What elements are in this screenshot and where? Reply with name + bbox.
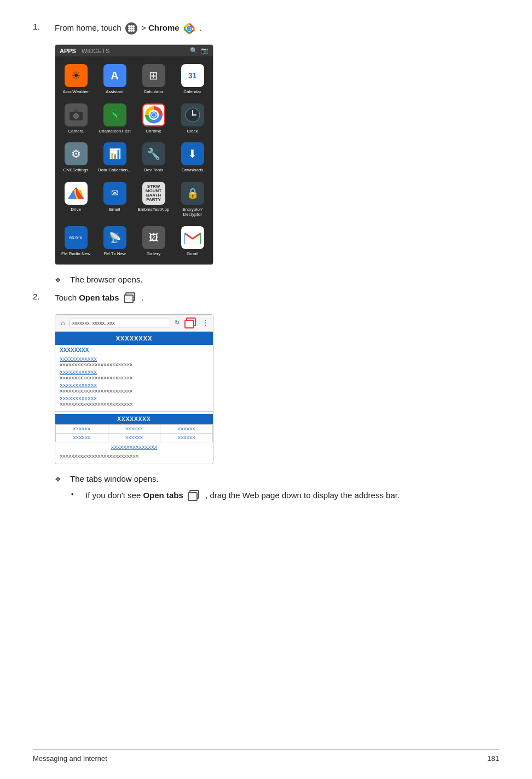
app-chameleon: 🦎 ChameleonT est bbox=[96, 100, 133, 137]
browser-section-title: XXXXXXXX bbox=[55, 345, 213, 354]
svg-point-24 bbox=[192, 114, 193, 116]
app-label-assistant: Assistant bbox=[106, 89, 123, 95]
app-label-fmtxnew: FM Tx New bbox=[103, 251, 126, 257]
table-cell-1-1: XXXXXX bbox=[56, 424, 108, 433]
step-1-after: . bbox=[199, 23, 201, 32]
browser-toolbar: ⌂ xxxxxxx. xxxxx. xxx ↻ ⋮ bbox=[55, 315, 213, 332]
browser-body-4: XXXXXXXXXXXXXXXXXXXXXXXXX bbox=[60, 402, 209, 407]
svg-point-0 bbox=[128, 25, 130, 27]
app-gmail: Gmail bbox=[174, 223, 211, 260]
footer-right: 181 bbox=[487, 754, 499, 763]
app-label-encryptor: Encryptor/ Decryptor bbox=[175, 207, 210, 217]
app-icon-devtools: 🔧 bbox=[142, 142, 165, 165]
browser-footer-body: XXXXXXXXXXXXXXXXXXXXXXXXXXX bbox=[60, 454, 138, 459]
app-label-cnesettings: CNESettings bbox=[63, 168, 89, 173]
app-icon-datacollection: 📊 bbox=[103, 142, 126, 165]
svg-point-8 bbox=[132, 30, 135, 32]
app-downloads: ⬇ Downloads bbox=[174, 139, 211, 176]
table-cell-1-3: XXXXXX bbox=[160, 424, 213, 433]
browser-content-block: XXXXXXXXXXXX XXXXXXXXXXXXXXXXXXXXXXXXX X… bbox=[55, 354, 213, 411]
step-2-text: Touch Open tabs . bbox=[55, 292, 143, 304]
sub-bullet-text: If you don't see Open tabs , drag the We… bbox=[85, 490, 400, 502]
app-label-downloads: Downloads bbox=[182, 168, 204, 173]
step-number-1: 1. bbox=[33, 22, 48, 34]
app-accuweather: ☀ AccuWeather bbox=[57, 61, 94, 98]
app-label-camera: Camera bbox=[68, 129, 83, 134]
bullet-text-1: The browser opens. bbox=[70, 275, 143, 284]
browser-link-3: XXXXXXXXXXXX bbox=[60, 383, 209, 388]
apps-grid-icon bbox=[125, 22, 137, 34]
page-footer: Messaging and Internet 181 bbox=[33, 749, 499, 763]
app-calendar: 31 Calendar bbox=[174, 61, 211, 98]
app-icon-gallery: 🖼 bbox=[142, 226, 165, 249]
app-icon-assistant: A bbox=[103, 64, 126, 87]
app-label-gallery: Gallery bbox=[147, 251, 160, 257]
browser-home-button: ⌂ bbox=[59, 319, 67, 327]
sub-bullet-after: , drag the Web page down to display the … bbox=[205, 491, 400, 500]
browser-footer-link: XXXXXXXXXXXXXXX bbox=[60, 445, 209, 450]
app-embmstest: STRW MOUNT BAATH PARTY EmbmsTestA pp bbox=[135, 178, 172, 221]
browser-url-bar: xxxxxxx. xxxxx. xxx bbox=[70, 319, 170, 327]
app-label-email: Email bbox=[109, 207, 120, 212]
app-cnesettings: ⚙ CNESettings bbox=[57, 139, 94, 176]
widgets-tab: WIDGETS bbox=[82, 48, 109, 54]
phone-top-icons: 🔍 📷 bbox=[190, 47, 209, 54]
apps-grid-screenshot: APPS WIDGETS 🔍 📷 ☀ AccuWeather A Assista… bbox=[55, 44, 213, 265]
step-number-2: 2. bbox=[33, 292, 48, 304]
step-2-after: . bbox=[141, 293, 143, 302]
browser-reload-button: ↻ bbox=[172, 319, 181, 326]
app-icon-calculator: ⊞ bbox=[142, 64, 165, 87]
svg-point-6 bbox=[128, 30, 130, 32]
svg-point-3 bbox=[128, 27, 130, 30]
svg-point-1 bbox=[130, 25, 132, 27]
browser-link-1: XXXXXXXXXXXX bbox=[60, 356, 209, 362]
app-clock: Clock bbox=[174, 100, 211, 137]
sub-bullet-bold: Open tabs bbox=[143, 491, 183, 500]
app-drive: Drive bbox=[57, 178, 94, 221]
browser-link-4: XXXXXXXXXXXX bbox=[60, 396, 209, 401]
step-1: 1. From home, touch > Chrome bbox=[33, 22, 499, 34]
svg-rect-16 bbox=[74, 109, 78, 112]
app-gallery: 🖼 Gallery bbox=[135, 223, 172, 260]
app-icon-email: ✉ bbox=[103, 182, 126, 205]
bullet-diamond-1: ❖ bbox=[55, 276, 65, 284]
table-cell-2-3: XXXXXX bbox=[160, 433, 213, 442]
app-assistant: A Assistant bbox=[96, 61, 133, 98]
app-label-clock: Clock bbox=[187, 129, 198, 134]
svg-point-20 bbox=[152, 113, 155, 117]
apps-grid: ☀ AccuWeather A Assistant ⊞ Calculator 3… bbox=[55, 56, 213, 264]
svg-point-4 bbox=[130, 27, 132, 30]
app-devtools: 🔧 Dev Tools bbox=[135, 139, 172, 176]
sub-open-tabs-icon bbox=[188, 490, 201, 502]
table-cell-2-1: XXXXXX bbox=[56, 433, 108, 442]
app-icon-clock bbox=[181, 103, 204, 126]
app-fmtxnew: 📡 FM Tx New bbox=[96, 223, 133, 260]
browser-data-table: XXXXXX XXXXXX XXXXXX XXXXXX XXXXXX XXXXX… bbox=[55, 424, 213, 442]
browser-table-section: XXXXXXXX XXXXXX XXXXXX XXXXXX XXXXXX XXX… bbox=[55, 411, 213, 464]
app-camera: Camera bbox=[57, 100, 94, 137]
browser-body-1: XXXXXXXXXXXXXXXXXXXXXXXXX bbox=[60, 362, 209, 367]
app-label-calendar: Calendar bbox=[183, 89, 201, 95]
app-icon-fmradio: 96.9 FM bbox=[65, 226, 88, 249]
app-icon-camera bbox=[65, 103, 88, 126]
step-1-bold: Chrome bbox=[148, 23, 180, 32]
bullet-browser-opens: ❖ The browser opens. bbox=[55, 275, 499, 284]
app-label-embmstest: EmbmsTestA pp bbox=[138, 207, 170, 212]
app-icon-fmtxnew: 📡 bbox=[103, 226, 126, 249]
svg-point-5 bbox=[132, 27, 135, 30]
app-icon-embmstest: STRW MOUNT BAATH PARTY bbox=[142, 182, 165, 205]
step-1-text: From home, touch > Chrome bbox=[55, 22, 201, 34]
browser-footer-block: XXXXXXXXXXXXXXX XXXXXXXXXXXXXXXXXXXXXXXX… bbox=[55, 442, 213, 461]
app-label-chameleon: ChameleonT est bbox=[99, 129, 131, 134]
app-icon-drive bbox=[65, 182, 88, 205]
svg-rect-30 bbox=[184, 231, 201, 244]
bullet-tabs-opens: ❖ The tabs window opens. bbox=[55, 474, 499, 483]
browser-screenshot: ⌂ xxxxxxx. xxxxx. xxx ↻ ⋮ XXXXXXXX XXXXX… bbox=[55, 314, 213, 464]
app-label-fmradio: FM Radio New bbox=[61, 251, 90, 257]
search-icon: 🔍 bbox=[190, 47, 198, 54]
app-label-drive: Drive bbox=[71, 207, 81, 212]
footer-left: Messaging and Internet bbox=[33, 754, 107, 763]
apps-dots-icon bbox=[128, 25, 135, 32]
app-chrome: Chrome bbox=[135, 100, 172, 137]
browser-open-tabs-button[interactable] bbox=[184, 317, 198, 329]
